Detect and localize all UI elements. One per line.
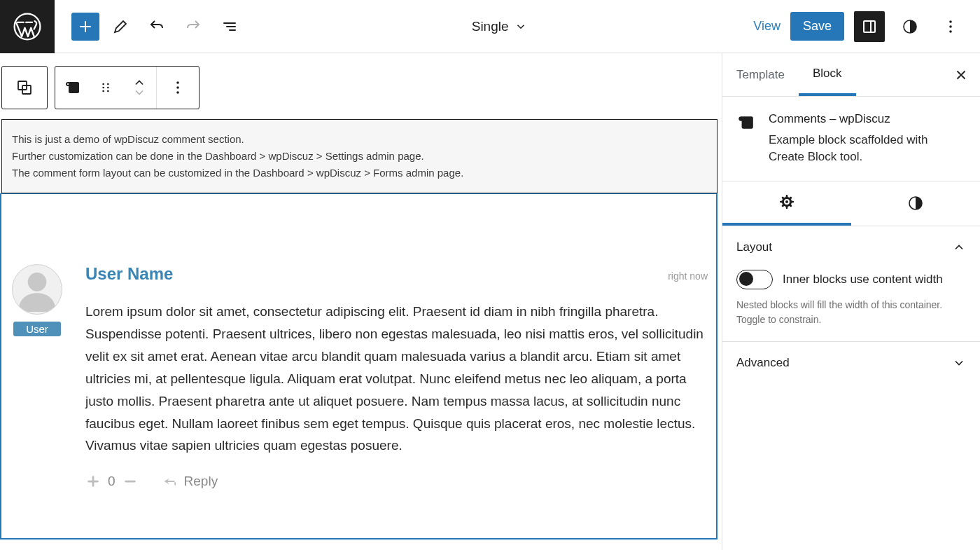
block-toolbar	[1, 66, 200, 109]
comment-actions: 0 Reply	[85, 474, 708, 489]
user-badge: User	[13, 322, 61, 336]
inspector-sub-tabs	[722, 181, 980, 226]
svg-point-5	[949, 25, 952, 28]
panel-title: Layout	[736, 240, 772, 254]
tab-template[interactable]: Template	[722, 53, 799, 96]
close-sidebar-button[interactable]	[953, 67, 969, 83]
toolbar-right: View Save	[753, 11, 980, 42]
sub-tab-styles[interactable]	[851, 181, 980, 226]
comment-item: User User Name right now Lorem ipsum dol…	[10, 264, 708, 489]
svg-point-12	[107, 83, 109, 85]
list-view-button[interactable]	[214, 11, 245, 42]
block-description: Example block scaffolded with Create Blo…	[769, 132, 966, 165]
comment-username[interactable]: User Name	[85, 264, 173, 284]
document-title: Single	[472, 19, 509, 34]
sidebar-tabs: Template Block	[722, 53, 980, 97]
svg-point-10	[102, 87, 104, 89]
advanced-panel: Advanced	[722, 342, 980, 384]
svg-point-6	[949, 30, 952, 33]
settings-sidebar: Template Block Comments – wpDiscuz Examp…	[722, 53, 980, 550]
advanced-panel-header[interactable]: Advanced	[736, 356, 966, 370]
content-width-toggle[interactable]	[736, 270, 773, 289]
block-options-button[interactable]	[157, 67, 199, 109]
block-title: Comments – wpDiscuz	[769, 112, 966, 126]
editor-canvas[interactable]: This is just a demo of wpDiscuz comment …	[0, 53, 722, 550]
info-notice: This is just a demo of wpDiscuz comment …	[1, 119, 718, 193]
info-line: Further customization can be done in the…	[12, 148, 707, 165]
block-type-button[interactable]	[55, 67, 89, 109]
downvote-icon[interactable]	[122, 474, 138, 489]
undo-button[interactable]	[141, 11, 172, 42]
comment-block-icon	[736, 114, 755, 132]
toolbar-left	[55, 11, 245, 42]
comment-timestamp: right now	[668, 270, 708, 282]
move-up-button[interactable]	[132, 78, 146, 88]
reply-button[interactable]: Reply	[162, 474, 218, 489]
svg-point-15	[176, 81, 179, 84]
settings-panel-toggle[interactable]	[854, 11, 885, 42]
move-down-button[interactable]	[132, 88, 146, 97]
tab-block[interactable]: Block	[799, 53, 856, 96]
layout-panel-header[interactable]: Layout	[736, 240, 966, 254]
contrast-icon	[907, 195, 924, 212]
svg-point-11	[102, 90, 104, 92]
redo-button[interactable]	[178, 11, 209, 42]
info-line: This is just a demo of wpDiscuz comment …	[12, 131, 707, 148]
svg-point-16	[176, 86, 179, 89]
info-line: The comment form layout can be customize…	[12, 165, 707, 181]
top-toolbar: Single View Save	[0, 0, 980, 53]
svg-point-14	[107, 90, 109, 92]
sub-tab-settings[interactable]	[722, 181, 851, 226]
svg-rect-1	[864, 21, 875, 32]
document-title-area[interactable]: Single	[245, 19, 753, 34]
svg-point-17	[176, 91, 179, 94]
comment-body: Lorem ipsum dolor sit amet, consectetur …	[85, 301, 708, 457]
avatar	[12, 264, 62, 315]
drag-handle[interactable]	[89, 67, 122, 109]
edit-tool-button[interactable]	[105, 11, 136, 42]
svg-point-4	[949, 20, 952, 23]
svg-point-18	[28, 273, 47, 291]
gear-icon	[778, 193, 795, 210]
reply-label: Reply	[184, 474, 218, 489]
upvote-icon[interactable]	[85, 474, 101, 489]
vote-count: 0	[108, 474, 115, 489]
chevron-down-icon	[952, 356, 966, 370]
toggle-help: Nested blocks will fill the width of thi…	[736, 298, 966, 327]
panel-title: Advanced	[736, 356, 790, 370]
svg-point-13	[107, 87, 109, 89]
reply-arrow-icon	[162, 474, 177, 489]
chevron-up-icon	[952, 240, 966, 254]
svg-point-9	[102, 83, 104, 85]
block-info: Comments – wpDiscuz Example block scaffo…	[722, 97, 980, 181]
view-button[interactable]: View	[753, 19, 780, 34]
save-button[interactable]: Save	[790, 12, 844, 41]
chevron-down-icon	[514, 20, 527, 33]
styles-button[interactable]	[895, 11, 925, 42]
parent-block-button[interactable]	[2, 67, 47, 109]
layout-panel: Layout Inner blocks use content width Ne…	[722, 226, 980, 342]
options-button[interactable]	[935, 11, 966, 42]
add-block-button[interactable]	[71, 13, 99, 41]
wordpress-logo[interactable]	[0, 0, 55, 53]
comments-block[interactable]: User User Name right now Lorem ipsum dol…	[0, 193, 718, 539]
mover-buttons	[122, 67, 156, 109]
toggle-label: Inner blocks use content width	[783, 273, 943, 287]
